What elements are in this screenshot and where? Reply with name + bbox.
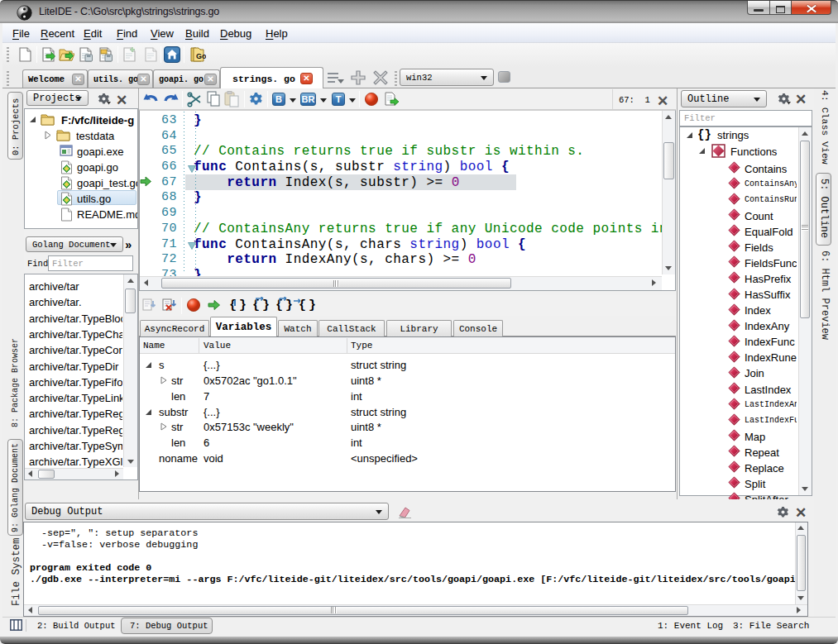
svg-text:Go: Go: [196, 52, 206, 60]
